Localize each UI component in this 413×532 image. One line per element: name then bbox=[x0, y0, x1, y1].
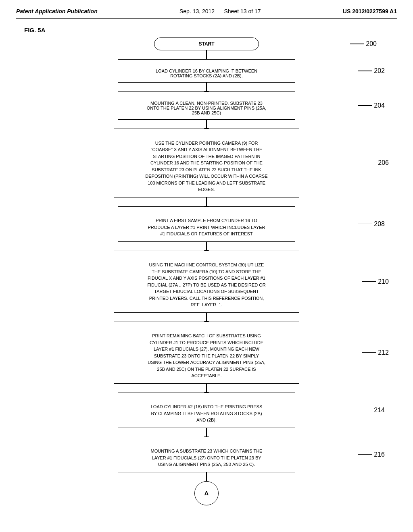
node-wrapper-202: LOAD CYLINDER 16 BY CLAMPING IT BETWEEN … bbox=[16, 59, 397, 83]
node-A: A bbox=[194, 481, 219, 505]
ref-202: 202 bbox=[358, 67, 385, 75]
ref-line-202 bbox=[358, 71, 372, 71]
node-210: USING THE MACHINE CONTROL SYSTEM (30) UT… bbox=[114, 251, 299, 313]
ref-216: 216 bbox=[358, 451, 385, 458]
node-208: PRINT A FIRST SAMPLE FROM CYLINDER 16 TO… bbox=[118, 206, 295, 242]
arrow-5 bbox=[206, 242, 207, 251]
ref-number-214: 214 bbox=[374, 407, 385, 414]
ref-number-202: 202 bbox=[374, 67, 385, 75]
arrow-8 bbox=[206, 428, 207, 437]
header-publication-label: Patent Application Publication bbox=[16, 8, 98, 15]
ref-line bbox=[350, 44, 364, 44]
arrow-4 bbox=[206, 197, 207, 206]
ref-208: 208 bbox=[358, 220, 385, 228]
ref-line-208 bbox=[358, 224, 372, 224]
arrow-6 bbox=[206, 313, 207, 322]
node-212: PRINT REMAINING BATCH OF SUBSTRATES USIN… bbox=[114, 322, 299, 384]
node-wrapper-start: START 200 bbox=[16, 37, 397, 50]
ref-number-210: 210 bbox=[378, 278, 389, 285]
header-sheet: Sheet 13 of 17 bbox=[224, 8, 261, 15]
ref-210: 210 bbox=[362, 278, 389, 285]
arrow-3 bbox=[206, 120, 207, 129]
ref-number-208: 208 bbox=[374, 220, 385, 228]
node-202: LOAD CYLINDER 16 BY CLAMPING IT BETWEEN … bbox=[118, 59, 295, 83]
flowchart: START 200 LOAD CYLINDER 16 BY CLAMPING I… bbox=[16, 37, 397, 505]
node-204: MOUNTING A CLEAN, NON-PRINTED, SUBSTRATE… bbox=[118, 91, 295, 120]
node-wrapper-210: USING THE MACHINE CONTROL SYSTEM (30) UT… bbox=[16, 251, 397, 313]
node-wrapper-208: PRINT A FIRST SAMPLE FROM CYLINDER 16 TO… bbox=[16, 206, 397, 242]
ref-line-212 bbox=[362, 352, 376, 353]
header-date: Sep. 13, 2012 bbox=[179, 8, 215, 15]
node-wrapper-212: PRINT REMAINING BATCH OF SUBSTRATES USIN… bbox=[16, 322, 397, 384]
figure-label: FIG. 5A bbox=[24, 27, 397, 33]
ref-206: 206 bbox=[362, 159, 389, 166]
arrow-2 bbox=[206, 83, 207, 91]
ref-line-214 bbox=[358, 410, 372, 411]
ref-number-216: 216 bbox=[374, 451, 385, 458]
header-date-sheet: Sep. 13, 2012 Sheet 13 of 17 bbox=[179, 8, 261, 15]
node-wrapper-216: MOUNTING A SUBSTRATE 23 WHICH CONTAINS T… bbox=[16, 437, 397, 472]
ref-line-206 bbox=[362, 163, 376, 164]
node-214: LOAD CYLINDER #2 (18) INTO THE PRINTING … bbox=[118, 393, 295, 428]
arrow-7 bbox=[206, 384, 207, 393]
page-header: Patent Application Publication Sep. 13, … bbox=[16, 8, 397, 19]
ref-number-start: 200 bbox=[366, 40, 377, 48]
ref-number-204: 204 bbox=[374, 102, 385, 109]
ref-line-210 bbox=[362, 281, 376, 282]
ref-line-216 bbox=[358, 454, 372, 455]
arrow-1 bbox=[206, 50, 207, 59]
ref-204: 204 bbox=[358, 102, 385, 109]
ref-number-212: 212 bbox=[378, 349, 389, 356]
ref-number-206: 206 bbox=[378, 159, 389, 166]
node-start: START bbox=[154, 37, 259, 50]
node-wrapper-A: A bbox=[16, 481, 397, 505]
ref-212: 212 bbox=[362, 349, 389, 356]
page: Patent Application Publication Sep. 13, … bbox=[0, 0, 413, 532]
ref-200: 200 bbox=[350, 40, 377, 48]
arrow-9 bbox=[206, 472, 207, 481]
node-wrapper-214: LOAD CYLINDER #2 (18) INTO THE PRINTING … bbox=[16, 393, 397, 428]
node-216: MOUNTING A SUBSTRATE 23 WHICH CONTAINS T… bbox=[118, 437, 295, 472]
header-patent-number: US 2012/0227599 A1 bbox=[343, 8, 397, 15]
ref-214: 214 bbox=[358, 407, 385, 414]
ref-line-204 bbox=[358, 105, 372, 106]
node-wrapper-204: MOUNTING A CLEAN, NON-PRINTED, SUBSTRATE… bbox=[16, 91, 397, 120]
node-206: USE THE CYLINDER POINTING CAMERA (9) FOR… bbox=[114, 129, 299, 197]
node-wrapper-206: USE THE CYLINDER POINTING CAMERA (9) FOR… bbox=[16, 129, 397, 197]
